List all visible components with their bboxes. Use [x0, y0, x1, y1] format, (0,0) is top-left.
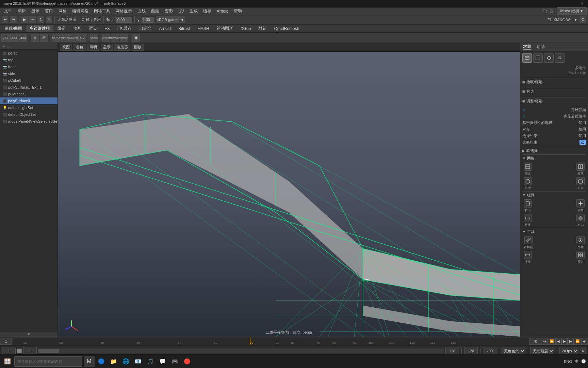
bevel-btn[interactable]: [576, 177, 585, 185]
prev-key-btn[interactable]: ⏪: [548, 338, 555, 345]
taskbar-icon6[interactable]: 💬: [157, 356, 168, 367]
smooth-btn[interactable]: [524, 177, 532, 185]
anim-end1-input[interactable]: [464, 348, 478, 354]
gear-icon-btn[interactable]: ⚙: [555, 53, 565, 63]
extrude-btn[interactable]: [524, 199, 532, 208]
mesh-section-header[interactable]: ▼ 网格: [522, 154, 586, 162]
sidebar-item-persp[interactable]: 🎥 persp: [0, 50, 58, 57]
combine-btn[interactable]: [524, 163, 532, 171]
tab-sculpt[interactable]: 雕刻: [255, 25, 270, 32]
taskbar-icon1[interactable]: 🔵: [96, 356, 107, 367]
taskbar-icon8[interactable]: 🔴: [182, 356, 193, 367]
sidebar-item-pcylinder[interactable]: ⬛ pCylinder1: [0, 91, 58, 97]
mesh-icon[interactable]: M: [40, 34, 48, 42]
sidebar-item-top[interactable]: 📷 top: [0, 57, 58, 63]
tab-bind[interactable]: 绑定: [54, 25, 69, 32]
vp-show-btn[interactable]: 显示: [101, 44, 113, 51]
edge-btn[interactable]: EDGE: [90, 34, 98, 42]
menu-file[interactable]: 文件: [1, 7, 15, 15]
simpli-btn[interactable]: Simpli: [120, 34, 128, 42]
vp-panel-btn[interactable]: 面板: [132, 44, 144, 51]
grid-2x2[interactable]: 2X2: [1, 34, 10, 42]
menu-display[interactable]: 显示: [29, 7, 42, 15]
undo-btn[interactable]: ↩: [1, 16, 9, 24]
uv-icon-btn[interactable]: UV: [78, 34, 86, 42]
vp-renderer-btn[interactable]: 渲染器: [114, 44, 130, 51]
tab-arnold[interactable]: Arnold: [156, 25, 174, 32]
quad-btn[interactable]: [576, 251, 585, 259]
menu-mesh[interactable]: 网格: [56, 7, 69, 15]
multicut-btn[interactable]: [524, 236, 533, 244]
tab-fxcache[interactable]: FX 缓存: [114, 25, 135, 32]
sidebar-scroll-down[interactable]: ▼: [0, 331, 58, 337]
finpor-btn[interactable]: FINPOR: [61, 34, 69, 42]
range-end-input[interactable]: [445, 348, 459, 354]
tab-quadremesh[interactable]: QuadRemesh: [271, 25, 303, 32]
anim-layer-dropdown[interactable]: 无动画层: [530, 348, 554, 354]
taskbar-icon7[interactable]: 🎮: [169, 356, 180, 367]
sidebar-item-defaultlight[interactable]: 💡 defaultLightSet: [0, 104, 58, 111]
add-btn[interactable]: [576, 199, 585, 208]
tab-anim[interactable]: 动画: [70, 25, 85, 32]
menu-meshtool[interactable]: 网格工具: [91, 7, 113, 15]
connect-btn[interactable]: [524, 251, 532, 259]
tab-bifrost[interactable]: Bifrost: [175, 25, 193, 32]
viewport-canvas[interactable]: 顶点： 897 300 0 边： 1312 557 0 面： 617 258 0: [58, 52, 520, 337]
taskbar-icon4[interactable]: 📧: [133, 356, 144, 367]
next-frame-btn[interactable]: ▶: [568, 338, 574, 345]
menu-uv[interactable]: UV: [176, 8, 187, 14]
target-btn[interactable]: [576, 236, 585, 244]
timeline-start-input[interactable]: [0, 338, 12, 345]
gamma-input[interactable]: [141, 16, 155, 23]
menu-generate[interactable]: 生成: [187, 7, 200, 15]
rp-tab-help[interactable]: 帮助: [537, 44, 545, 50]
sidebar-item-pcube[interactable]: ⬛ pCube8: [0, 77, 58, 84]
menu-arnold[interactable]: Arnold: [214, 8, 231, 14]
close-button[interactable]: ✕: [578, 1, 585, 6]
settings-icon[interactable]: ⚙: [579, 16, 587, 24]
fill-btn[interactable]: [576, 214, 585, 222]
redo-btn[interactable]: ↪: [10, 16, 17, 24]
menu-surface[interactable]: 曲面: [148, 7, 162, 15]
workspace-selector[interactable]: Maya 经典▼: [557, 7, 587, 15]
range-start2-input[interactable]: [23, 348, 37, 354]
move-tool[interactable]: ✛: [29, 16, 36, 24]
menu-edit[interactable]: 编辑: [15, 7, 29, 15]
sidebar-item-front[interactable]: 📷 front: [0, 63, 58, 70]
colorspace-menu[interactable]: sRGB gamma ▼: [156, 16, 186, 24]
play-btn[interactable]: ▶: [561, 338, 568, 345]
scale-tool[interactable]: ⤡: [45, 16, 53, 24]
center-icon[interactable]: ⊕: [31, 34, 39, 42]
grid-4x4[interactable]: 4X4: [19, 34, 27, 42]
timeline-ruler[interactable]: 10 20 30 40 50 60 70 75 80 85 90 95 100 …: [13, 337, 528, 346]
play-back-btn[interactable]: ⏮: [541, 338, 548, 345]
prev-frame-btn[interactable]: ◀: [555, 338, 561, 345]
taskbar-icon5[interactable]: 🎵: [145, 356, 156, 367]
taskbar-icon3[interactable]: 🌐: [120, 356, 131, 367]
diamond-icon-btn[interactable]: [544, 53, 554, 63]
soft-select-header[interactable]: ▶ 软选择: [522, 147, 586, 154]
sidebar-item-polysurf3[interactable]: ⬛ polySurface3: [0, 97, 58, 104]
tab-fx[interactable]: FX: [101, 25, 113, 32]
menu-window[interactable]: 窗口: [42, 7, 56, 15]
frame-input[interactable]: [116, 16, 133, 23]
anim-end2-input[interactable]: [483, 348, 496, 354]
timeline-frame-input[interactable]: [529, 338, 541, 345]
menu-deform[interactable]: 变形: [162, 7, 176, 15]
tab-motiongrph[interactable]: 运动图形: [213, 25, 236, 32]
sidebar-item-modelpanel[interactable]: ⬛ modelPanel4ViewSelectedSet: [0, 118, 58, 125]
grid-3x3[interactable]: 3X3: [10, 34, 18, 42]
menu-help[interactable]: 帮助: [231, 7, 245, 15]
refresh-btn[interactable]: ↻: [580, 348, 586, 354]
vp-view-btn[interactable]: 视图: [60, 44, 72, 51]
section-pick-header[interactable]: 拾取/框选: [522, 78, 586, 86]
next-key-btn[interactable]: ⏩: [574, 338, 581, 345]
range-bar[interactable]: [38, 349, 444, 353]
tools-section-header[interactable]: ▼ 工具: [522, 228, 586, 235]
section-transform-header[interactable]: 调整/框选: [522, 97, 586, 105]
rotate-tool[interactable]: ↻: [37, 16, 45, 24]
menu-editmesh[interactable]: 编辑网格: [69, 7, 91, 15]
rp-tab-object[interactable]: 对象: [523, 44, 531, 50]
sidebar-item-defaultobj[interactable]: ⬛ defaultObjectSet: [0, 111, 58, 118]
vp-lighting-btn[interactable]: 照明: [87, 44, 99, 51]
